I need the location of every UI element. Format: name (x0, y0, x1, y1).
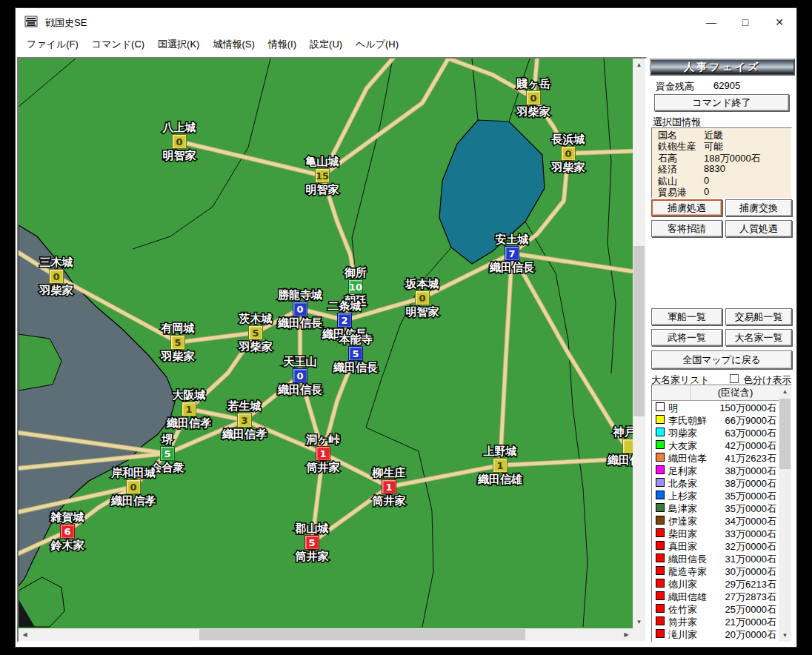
info-row-value: 0 (704, 175, 709, 186)
menu-item-2[interactable]: 国選択(K) (151, 36, 206, 53)
list-button-2[interactable]: 武将一覧 (651, 329, 722, 346)
castle-name-label: 若生城 (227, 399, 262, 413)
action-button-2[interactable]: 客将招請 (651, 220, 722, 237)
castle-name-label: 本能寺 (339, 333, 373, 346)
castle-troop-count: 0 (130, 482, 136, 493)
castle-troop-count: 5 (308, 537, 315, 548)
list-button-3[interactable]: 大名家一覧 (725, 329, 792, 346)
funds-value: 62905 (713, 80, 740, 91)
castle-name-label: 亀山城 (305, 155, 339, 168)
castle-owner-label: 明智家 (406, 305, 440, 319)
daimyo-row[interactable]: 織田信孝41万2623石 (652, 451, 779, 464)
daimyo-list-scrollbar[interactable]: ▲ ▼ (779, 385, 791, 642)
country-info-row: 貿易港0 (652, 186, 791, 197)
castle-owner-label: 鈴木家 (50, 539, 85, 552)
daimyo-scroll-thumb[interactable] (779, 399, 791, 469)
daimyo-row[interactable]: 北条家38万0000石 (652, 476, 779, 489)
castle-name-label: 茨木城 (239, 312, 273, 325)
scroll-up-icon[interactable]: ▲ (633, 59, 645, 71)
daimyo-row[interactable]: 足利家38万0000石 (652, 464, 779, 476)
castle-marker[interactable] (625, 441, 633, 453)
menu-item-6[interactable]: ヘルプ(H) (349, 36, 405, 53)
castle-troop-count: 6 (64, 526, 70, 537)
menu-item-4[interactable]: 情報(I) (262, 36, 303, 53)
castle-troop-count: 7 (508, 248, 515, 259)
close-button[interactable]: ✕ (762, 8, 796, 36)
color-display-checkbox[interactable] (730, 374, 739, 383)
minimize-button[interactable]: — (694, 8, 728, 36)
daimyo-name: 滝川家 (668, 628, 697, 642)
castle-name-label: 八上城 (162, 121, 196, 134)
menu-item-3[interactable]: 城情報(S) (206, 36, 261, 53)
menu-item-1[interactable]: コマンド(C) (85, 36, 151, 53)
map-vscroll-thumb[interactable] (633, 246, 645, 416)
daimyo-color-swatch (656, 591, 665, 600)
daimyo-row[interactable]: 佐竹家25万0000石 (652, 602, 779, 615)
phase-banner: 人事フェイズ (650, 59, 795, 76)
daimyo-row[interactable]: 筒井家21万0000石 (652, 615, 779, 628)
action-button-0[interactable]: 捕虜処遇 (651, 199, 722, 216)
daimyo-row[interactable]: 大友家42万0000石 (652, 439, 779, 451)
castle-name-label: 洞ヶ峠 (305, 433, 339, 446)
castle-troop-count: 0 (53, 271, 59, 282)
castle-owner-label: 織田信孝 (166, 416, 211, 430)
castle-name-label: 大阪城 (173, 388, 206, 402)
daimyo-color-swatch (656, 453, 665, 462)
daimyo-row[interactable]: 明150万0000石 (652, 401, 779, 413)
castle-owner-label: 明智家 (163, 149, 197, 162)
daimyo-list-column-headers: (臣従含) (652, 385, 779, 401)
castle-troop-count: 0 (530, 93, 536, 104)
daimyo-row[interactable]: 真田家32万0000石 (652, 539, 779, 552)
castle-troop-count: 5 (252, 328, 259, 339)
scroll-left-icon[interactable]: ◀ (19, 628, 31, 641)
daimyo-row[interactable]: 伊達家34万0000石 (652, 514, 779, 527)
daimyo-row[interactable]: 滝川家20万0000石 (652, 628, 779, 640)
action-button-3[interactable]: 人質処遇 (725, 220, 792, 237)
daimyo-row[interactable]: 李氏朝鮮66万9000石 (652, 413, 779, 426)
daimyo-row[interactable]: 柴田家33万0000石 (652, 527, 779, 539)
castle-owner-label: 羽柴家 (551, 161, 586, 174)
scroll-up-icon[interactable]: ▲ (779, 385, 791, 398)
action-button-1[interactable]: 捕虜交換 (725, 199, 792, 216)
castle-name-label: 天王山 (283, 355, 317, 368)
castle-name-label: 長浜城 (551, 133, 585, 146)
castle-name-label: 有岡城 (161, 322, 195, 335)
scroll-down-icon[interactable]: ▼ (779, 629, 791, 642)
castle-name-label: 二条城 (328, 299, 362, 313)
end-command-button[interactable]: コマンド終了 (654, 94, 789, 111)
country-info-row: 鉱山0 (652, 175, 791, 186)
action-button-grid: 捕虜処遇捕虜交換客将招請人質処遇 (651, 199, 793, 237)
daimyo-listbox: (臣従含) 明150万0000石李氏朝鮮66万9000石羽柴家63万0000石大… (651, 385, 792, 642)
info-row-value: 8830 (704, 163, 725, 174)
back-to-national-map-button[interactable]: 全国マップに戻る (651, 350, 792, 369)
daimyo-row[interactable]: 羽柴家63万0000石 (652, 426, 779, 439)
map-vertical-scrollbar[interactable]: ▲ ▼ (633, 59, 645, 628)
castle-name-label: 神戸城 (613, 425, 633, 439)
daimyo-row[interactable]: 龍造寺家30万0000石 (652, 565, 779, 577)
map-hscroll-thumb[interactable] (199, 629, 525, 640)
menu-item-5[interactable]: 設定(U) (303, 36, 349, 53)
castle-troop-count: 5 (174, 337, 181, 348)
daimyo-color-swatch (656, 440, 665, 449)
scroll-down-icon[interactable]: ▼ (633, 616, 645, 628)
maximize-button[interactable]: □ (728, 8, 762, 36)
koku-column-header: (臣従含) (691, 385, 779, 400)
daimyo-row[interactable]: 織田信長31万0000石 (652, 552, 779, 565)
strategy-map[interactable]: 0賤ヶ岳羽柴家0長浜城羽柴家0八上城明智家15亀山城明智家0三木城羽柴家5有岡城… (19, 59, 633, 628)
name-column-header (652, 385, 691, 400)
daimyo-color-swatch (656, 541, 665, 550)
daimyo-row[interactable]: 上杉家35万0000石 (652, 489, 779, 502)
funds-row: 資金残高 62905 (656, 80, 792, 91)
daimyo-row[interactable]: 徳川家29万6213石 (652, 577, 779, 590)
scroll-right-icon[interactable]: ▶ (620, 628, 633, 641)
menu-item-0[interactable]: ファイル(F) (20, 36, 85, 53)
country-info-row: 国名近畿 (652, 129, 791, 140)
daimyo-color-swatch (656, 503, 665, 512)
castle-owner-label: 織田信孝 (607, 453, 633, 467)
castle-owner-label: 筒井家 (295, 550, 330, 563)
list-button-0[interactable]: 軍船一覧 (651, 308, 722, 325)
daimyo-row[interactable]: 織田信雄27万2873石 (652, 590, 779, 602)
list-button-1[interactable]: 交易船一覧 (725, 308, 792, 325)
map-horizontal-scrollbar[interactable]: ◀ ▶ (19, 628, 633, 641)
daimyo-row[interactable]: 島津家35万0000石 (652, 502, 779, 514)
